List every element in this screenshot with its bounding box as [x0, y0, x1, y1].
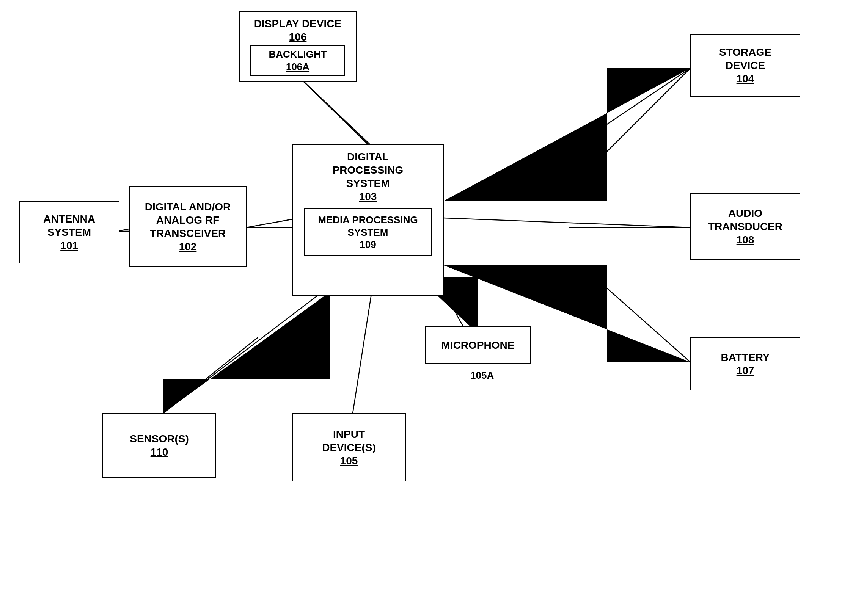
dps-number: 103 [359, 190, 377, 203]
storage-device-box: STORAGEDEVICE 104 [690, 34, 800, 97]
sensors-box: SENSOR(S) 110 [102, 413, 216, 478]
rf-transceiver-box: DIGITAL AND/ORANALOG RFTRANSCEIVER 102 [129, 186, 247, 267]
svg-line-12 [298, 76, 372, 148]
battery-box: BATTERY 107 [690, 337, 800, 390]
backlight-number: 106A [254, 61, 342, 73]
svg-line-1 [298, 76, 372, 148]
antenna-system-box: ANTENNASYSTEM 101 [19, 201, 120, 264]
audio-transducer-box: AUDIOTRANSDUCER 108 [690, 193, 800, 260]
rf-number: 102 [179, 240, 197, 253]
backlight-box: BACKLIGHT 106A [250, 45, 345, 76]
digital-processing-box: DIGITALPROCESSINGSYSTEM 103 MEDIA PROCES… [292, 144, 444, 296]
svg-line-10 [163, 292, 323, 413]
input-number: 105 [340, 454, 358, 467]
input-devices-box: INPUTDEVICE(S) 105 [292, 413, 406, 481]
storage-number: 104 [737, 72, 754, 85]
mps-number: 109 [308, 239, 429, 251]
microphone-box: MICROPHONE [425, 326, 531, 364]
dps-label: DIGITALPROCESSINGSYSTEM [333, 150, 404, 190]
svg-line-9 [163, 337, 258, 413]
svg-line-0 [298, 76, 374, 148]
antenna-number: 101 [60, 239, 78, 252]
display-device-label: DISPLAY DEVICE [254, 17, 342, 30]
media-processing-box: MEDIA PROCESSINGSYSTEM 109 [304, 209, 432, 256]
audio-label: AUDIOTRANSDUCER [708, 207, 782, 233]
battery-number: 107 [737, 364, 754, 377]
svg-line-2 [493, 68, 690, 201]
display-device-box: DISPLAY DEVICE 106 BACKLIGHT 106A [239, 11, 357, 82]
input-label: INPUTDEVICE(S) [322, 427, 376, 454]
mps-label: MEDIA PROCESSINGSYSTEM [318, 214, 418, 238]
antenna-label: ANTENNASYSTEM [43, 212, 95, 239]
sensors-label: SENSOR(S) [130, 432, 189, 445]
svg-line-14 [247, 218, 300, 228]
display-device-number: 106 [289, 30, 307, 44]
svg-line-11 [353, 292, 372, 413]
sensors-number: 110 [151, 445, 168, 459]
diagram: DISPLAY DEVICE 106 BACKLIGHT 106A STORAG… [0, 0, 864, 616]
battery-label: BATTERY [721, 350, 770, 364]
svg-line-15 [444, 218, 690, 228]
microphone-label: MICROPHONE [441, 338, 515, 352]
storage-label: STORAGEDEVICE [719, 46, 771, 72]
svg-line-7 [607, 288, 690, 362]
rf-label: DIGITAL AND/ORANALOG RFTRANSCEIVER [145, 200, 231, 240]
microphone-number: 105A [470, 369, 494, 381]
svg-line-3 [569, 68, 690, 190]
backlight-label: BACKLIGHT [269, 49, 327, 60]
audio-number: 108 [737, 233, 754, 247]
